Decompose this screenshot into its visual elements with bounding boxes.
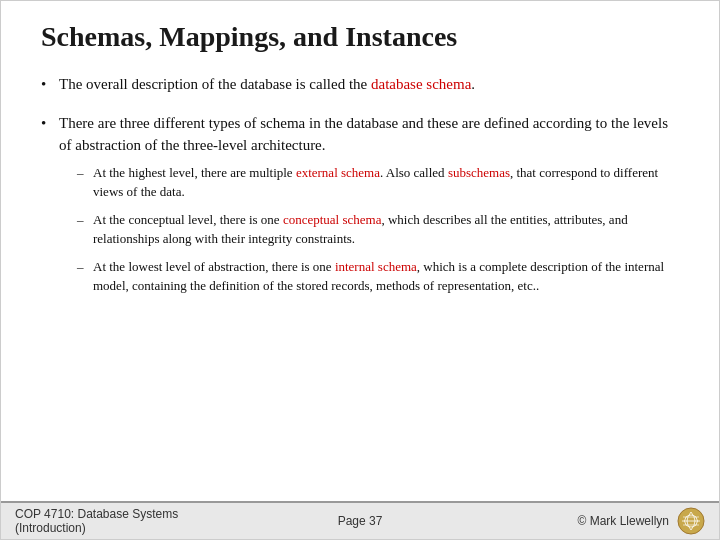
sub-bullet-3: – At the lowest level of abstraction, th…	[77, 257, 679, 296]
slide-title: Schemas, Mappings, and Instances	[41, 21, 679, 53]
conceptual-schema-link: conceptual schema	[283, 212, 382, 227]
sub-bullet-2: – At the conceptual level, there is one …	[77, 210, 679, 249]
bullet-2: • There are three different types of sch…	[41, 112, 679, 296]
sub-text-1: At the highest level, there are multiple…	[93, 163, 679, 202]
external-schema-link: external schema	[296, 165, 380, 180]
logo-icon	[677, 507, 705, 535]
footer-right: © Mark Llewellyn	[475, 507, 705, 535]
footer-copyright: © Mark Llewellyn	[577, 514, 669, 528]
bullet-marker-2: •	[41, 112, 59, 135]
footer: COP 4710: Database Systems (Introduction…	[1, 501, 719, 539]
dash-2: –	[77, 210, 93, 230]
bullet-marker-1: •	[41, 73, 59, 96]
subschemas-link: subschemas	[448, 165, 510, 180]
sub-text-3: At the lowest level of abstraction, ther…	[93, 257, 679, 296]
slide: Schemas, Mappings, and Instances • The o…	[0, 0, 720, 540]
schema-link: database schema	[371, 76, 471, 92]
internal-schema-link: internal schema	[335, 259, 417, 274]
bullet-1: • The overall description of the databas…	[41, 73, 679, 96]
bullet-1-text: The overall description of the database …	[59, 73, 679, 96]
sub-bullets: – At the highest level, there are multip…	[77, 163, 679, 296]
bullet-2-main: • There are three different types of sch…	[41, 112, 679, 157]
dash-3: –	[77, 257, 93, 277]
footer-left: COP 4710: Database Systems (Introduction…	[15, 507, 245, 535]
bullet-1-main: • The overall description of the databas…	[41, 73, 679, 96]
dash-1: –	[77, 163, 93, 183]
slide-content: Schemas, Mappings, and Instances • The o…	[1, 1, 719, 501]
sub-bullet-1: – At the highest level, there are multip…	[77, 163, 679, 202]
bullet-2-text: There are three different types of schem…	[59, 112, 679, 157]
footer-center: Page 37	[245, 514, 475, 528]
sub-text-2: At the conceptual level, there is one co…	[93, 210, 679, 249]
